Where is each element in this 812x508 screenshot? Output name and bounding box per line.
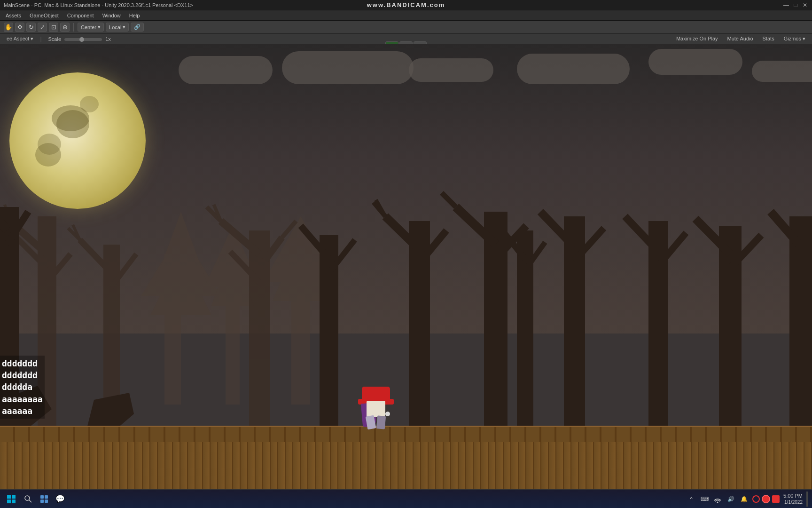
menu-bar: Assets GameObject Component Window Help bbox=[0, 10, 812, 21]
character-hat bbox=[362, 387, 390, 401]
player-character bbox=[357, 382, 395, 429]
bandicam-watermark: www.BANDICAM.com bbox=[367, 1, 445, 8]
svg-rect-69 bbox=[45, 495, 48, 499]
scale-tool[interactable]: ⤢ bbox=[38, 23, 47, 32]
move-tool[interactable]: ✥ bbox=[15, 23, 24, 32]
character-leg-right bbox=[376, 415, 386, 429]
menu-gameobject[interactable]: GameObject bbox=[26, 12, 62, 19]
rect-tool[interactable]: ⊡ bbox=[49, 23, 58, 32]
scale-label: Scale 1x bbox=[46, 36, 114, 42]
space-label: Local bbox=[109, 24, 121, 30]
character-leg-left bbox=[366, 415, 376, 430]
svg-line-67 bbox=[29, 500, 31, 502]
moon bbox=[9, 72, 146, 209]
menu-component[interactable]: Component bbox=[63, 12, 98, 19]
svg-rect-71 bbox=[45, 500, 48, 503]
menu-window[interactable]: Window bbox=[99, 12, 125, 19]
chat-taskbar[interactable]: 💬 bbox=[54, 492, 67, 506]
notification-icon[interactable]: 🔔 bbox=[739, 494, 749, 504]
character-body bbox=[364, 398, 388, 429]
space-dropdown[interactable]: ▾ bbox=[123, 24, 125, 30]
transform-tool[interactable]: ⊕ bbox=[60, 23, 70, 32]
debug-text-overlay: ddddddd ddddddd ddddda aaaaaaaa aaaaaa bbox=[0, 356, 45, 419]
pivot-label: Center bbox=[81, 24, 96, 30]
menu-help[interactable]: Help bbox=[125, 12, 144, 19]
cloud-2 bbox=[282, 51, 414, 84]
maximize-button[interactable]: □ bbox=[792, 2, 799, 8]
record-button[interactable] bbox=[762, 495, 770, 503]
svg-rect-68 bbox=[40, 495, 44, 499]
volume-icon[interactable]: 🔊 bbox=[726, 494, 735, 504]
widgets-taskbar[interactable] bbox=[38, 492, 51, 506]
cloud-5 bbox=[648, 49, 742, 75]
menu-assets[interactable]: Assets bbox=[2, 12, 25, 19]
game-area: /* placeholder */ ddddddd ddddddd ddddda… bbox=[0, 44, 812, 489]
close-button[interactable]: ✕ bbox=[802, 2, 808, 8]
cloud-4 bbox=[517, 54, 630, 84]
svg-rect-63 bbox=[12, 495, 16, 499]
show-hidden-icons[interactable]: ^ bbox=[687, 494, 696, 504]
svg-rect-70 bbox=[40, 500, 44, 503]
svg-rect-62 bbox=[7, 495, 11, 499]
aspect-selector[interactable]: ee Aspect ▾ bbox=[4, 35, 36, 42]
toolbar-sep1 bbox=[73, 23, 74, 32]
stop-button[interactable] bbox=[772, 495, 780, 503]
start-button[interactable] bbox=[4, 492, 19, 507]
cloud-3 bbox=[409, 58, 493, 82]
svg-point-72 bbox=[717, 501, 718, 503]
search-taskbar[interactable] bbox=[22, 492, 35, 506]
taskbar-system-tray: ^ ⌨ 🔊 🔔 5:00 PM 1/1/2022 bbox=[687, 492, 808, 507]
link-button[interactable]: 🔗 bbox=[131, 23, 144, 32]
network-icon[interactable] bbox=[713, 494, 722, 504]
minimize-button[interactable]: — bbox=[783, 2, 789, 8]
rotate-tool[interactable]: ↻ bbox=[26, 23, 36, 32]
aspect-label: ee Aspect bbox=[7, 36, 29, 41]
link-icon: 🔗 bbox=[134, 24, 141, 30]
window-controls: — □ ✕ bbox=[783, 2, 808, 8]
pivot-button[interactable]: Center ▾ bbox=[78, 23, 104, 32]
cloud-1 bbox=[179, 56, 273, 84]
svg-rect-64 bbox=[7, 500, 11, 503]
taskbar-time: 5:00 PM 1/1/2022 bbox=[783, 492, 803, 505]
record-indicator bbox=[752, 495, 760, 503]
hand-tool[interactable]: ✋ bbox=[4, 23, 13, 32]
taskbar: 💬 ^ ⌨ 🔊 🔔 5:00 PM 1/1/2022 bbox=[0, 489, 812, 508]
show-desktop[interactable] bbox=[806, 492, 808, 507]
toolbar: ✋ ✥ ↻ ⤢ ⊡ ⊕ Center ▾ Local ▾ 🔗 ▶ ⏸ ⏭ ⚡ ☁… bbox=[0, 21, 812, 34]
cloud-6 bbox=[752, 61, 812, 82]
svg-point-66 bbox=[25, 496, 30, 500]
pivot-dropdown[interactable]: ▾ bbox=[98, 24, 101, 30]
keyboard-icon[interactable]: ⌨ bbox=[700, 494, 709, 504]
character-legs bbox=[364, 415, 388, 429]
grass-area: /* placeholder */ bbox=[0, 420, 812, 429]
svg-rect-65 bbox=[12, 500, 16, 503]
title-bar: MainScene - PC, Mac & Linux Standalone -… bbox=[0, 0, 812, 10]
space-button[interactable]: Local ▾ bbox=[106, 23, 129, 32]
